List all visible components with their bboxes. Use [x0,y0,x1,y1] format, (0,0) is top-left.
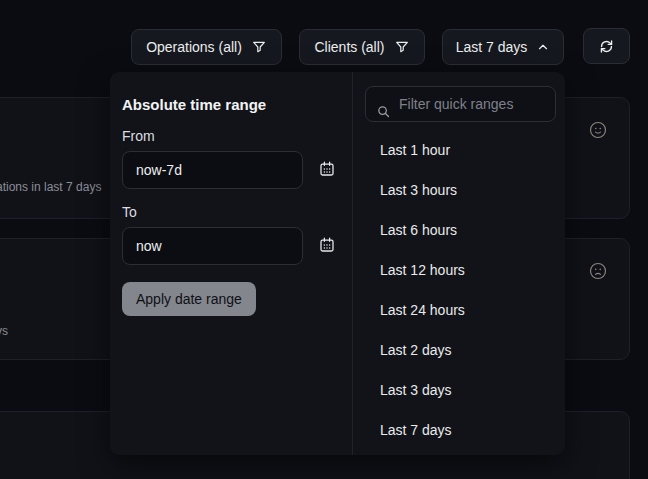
absolute-time-range-section: Absolute time range From To [110,72,352,455]
calendar-icon [318,160,336,181]
calendar-icon [318,236,336,257]
quick-range-item[interactable]: Last 12 hours [353,250,565,290]
sad-face-icon [588,261,608,281]
quick-ranges-search[interactable] [365,86,556,122]
quick-range-item-label: Last 3 days [380,382,452,398]
quick-range-item-label: Last 6 hours [380,222,457,238]
clients-filter-button[interactable]: Clients (all) [299,29,425,65]
quick-range-item-label: Last 3 hours [380,182,457,198]
to-calendar-button[interactable] [317,236,337,256]
refresh-button[interactable] [583,28,630,64]
time-range-button[interactable]: Last 7 days [442,29,564,65]
quick-ranges-filter-input[interactable] [399,96,580,112]
from-calendar-button[interactable] [317,160,337,180]
to-label: To [122,204,340,220]
time-range-dropdown-panel: Absolute time range From To [110,72,565,455]
quick-range-item-label: Last 24 hours [380,302,465,318]
quick-range-item[interactable]: Last 1 hour [353,130,565,170]
quick-range-item[interactable]: Last 3 hours [353,170,565,210]
quick-range-item[interactable]: Last 3 days [353,370,565,410]
quick-range-item[interactable]: Last 24 hours [353,290,565,330]
quick-range-item-label: Last 2 days [380,342,452,358]
chevron-up-icon [536,40,550,54]
clients-filter-label: Clients (all) [314,39,384,55]
search-icon [376,85,391,123]
quick-ranges-section: Last 1 hour Last 3 hours Last 6 hours La… [352,72,565,455]
operations-filter-label: Operations (all) [146,39,242,55]
to-input[interactable] [122,227,303,265]
quick-range-item[interactable]: Last 2 days [353,330,565,370]
quick-range-item-label: Last 12 hours [380,262,465,278]
funnel-icon [251,39,267,55]
quick-range-item[interactable]: Last 7 days [353,410,565,450]
funnel-icon [394,39,410,55]
apply-date-range-button[interactable]: Apply date range [122,282,256,316]
quick-ranges-list: Last 1 hour Last 3 hours Last 6 hours La… [353,130,565,450]
background-caption-2: ys [0,324,8,338]
smiley-face-icon [588,120,608,140]
from-input[interactable] [122,151,303,189]
refresh-icon [598,38,615,55]
from-label: From [122,128,340,144]
quick-range-item-label: Last 1 hour [380,142,450,158]
quick-range-item[interactable]: Last 6 hours [353,210,565,250]
quick-range-item-label: Last 7 days [380,422,452,438]
background-caption-1: ations in last 7 days [0,180,101,194]
time-range-label: Last 7 days [456,39,528,55]
operations-filter-button[interactable]: Operations (all) [131,29,282,65]
absolute-time-range-title: Absolute time range [122,96,340,113]
